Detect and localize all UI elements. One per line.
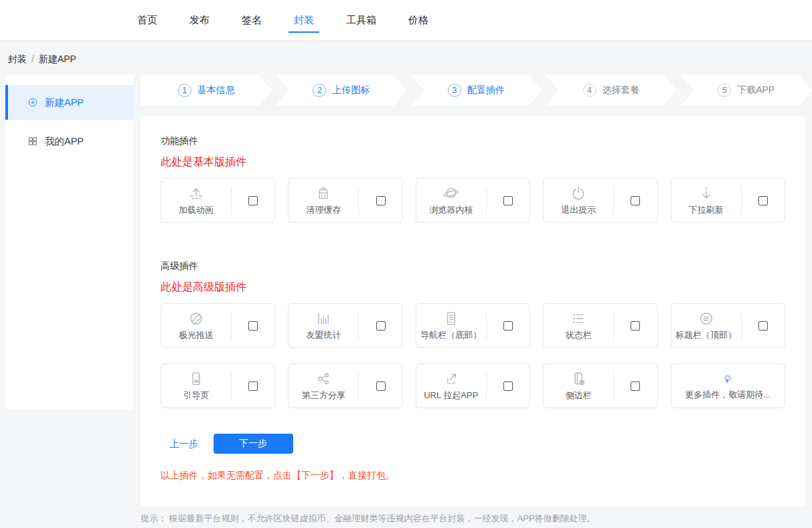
plugin-card[interactable]: 友盟统计 bbox=[288, 303, 402, 348]
plugin-label: 极光推送 bbox=[179, 329, 214, 341]
step-number: 1 bbox=[178, 84, 191, 97]
plus-circle-icon bbox=[27, 97, 38, 108]
plugin-card[interactable]: 下拉刷新 bbox=[671, 178, 785, 223]
step-3[interactable]: 3配置插件 bbox=[410, 75, 542, 106]
plugin-checkbox[interactable] bbox=[248, 321, 258, 331]
wizard-actions: 上一步 下一步 bbox=[161, 434, 785, 454]
plugin-check-area bbox=[359, 381, 402, 391]
step-1[interactable]: 1基本信息 bbox=[141, 75, 272, 106]
sidebar: 新建APP我的APP bbox=[5, 75, 134, 410]
plugin-card[interactable]: 第三方分享 bbox=[288, 363, 402, 408]
breadcrumb: 封装/新建APP bbox=[8, 54, 76, 66]
plugin-check-area bbox=[614, 196, 657, 205]
plugin-check-area bbox=[742, 321, 785, 331]
step-label: 基本信息 bbox=[197, 84, 235, 96]
sidebar-item-label: 新建APP bbox=[45, 96, 84, 109]
breadcrumb-page: 新建APP bbox=[39, 54, 76, 64]
plugin-check-area bbox=[232, 321, 274, 331]
sidebar-item-1[interactable]: 新建APP bbox=[5, 85, 134, 120]
plugin-label: 状态栏 bbox=[566, 329, 592, 341]
plugin-label: 标题栏（顶部） bbox=[675, 329, 736, 341]
plugin-checkbox[interactable] bbox=[758, 196, 768, 205]
step-number: 3 bbox=[448, 84, 461, 97]
plugin-card[interactable]: 浏览器内核 bbox=[416, 178, 530, 223]
prev-step-link[interactable]: 上一步 bbox=[169, 438, 199, 450]
grid-icon bbox=[27, 136, 38, 147]
statusbar-icon bbox=[570, 310, 587, 327]
plugin-checkbox[interactable] bbox=[503, 196, 513, 205]
breadcrumb-section[interactable]: 封装 bbox=[8, 54, 27, 64]
step-label: 配置插件 bbox=[467, 84, 505, 96]
main-panel: 功能插件此处是基本版插件加载动画清理缓存浏览器内核退出提示下拉刷新高级插件此处是… bbox=[141, 116, 805, 507]
plugin-checkbox[interactable] bbox=[376, 196, 386, 205]
plugin-checkbox[interactable] bbox=[503, 381, 513, 391]
step-number: 2 bbox=[313, 84, 326, 97]
plugin-card[interactable]: 更多插件，敬请期待... bbox=[671, 363, 785, 408]
section-note: 此处是基本版插件 bbox=[161, 155, 785, 169]
pack-hint-text: 以上插件，如果无需配置，点击【下一步】，直接打包。 bbox=[161, 470, 785, 482]
plugin-label: 加载动画 bbox=[179, 204, 214, 216]
nav-tab-3[interactable]: 签名 bbox=[242, 0, 262, 41]
guide-page-icon bbox=[187, 370, 205, 387]
plugin-grid: 加载动画清理缓存浏览器内核退出提示下拉刷新 bbox=[161, 178, 785, 223]
section-title: 高级插件 bbox=[161, 260, 785, 272]
plugin-card[interactable]: 加载动画 bbox=[161, 178, 275, 223]
plugin-checkbox[interactable] bbox=[631, 381, 640, 391]
plugin-card[interactable]: 侧边栏 bbox=[543, 363, 657, 408]
plugin-card-left: 标题栏（顶部） bbox=[671, 310, 741, 341]
plugin-checkbox[interactable] bbox=[503, 321, 513, 331]
more-plugins-icon bbox=[720, 371, 735, 386]
step-2[interactable]: 2上传图标 bbox=[276, 75, 408, 106]
clear-cache-icon bbox=[315, 185, 332, 202]
plugin-check-area bbox=[232, 381, 274, 391]
plugin-checkbox[interactable] bbox=[248, 381, 258, 391]
plugin-card[interactable]: 状态栏 bbox=[543, 303, 657, 348]
nav-tab-1[interactable]: 首页 bbox=[137, 0, 157, 41]
plugin-section-2: 高级插件此处是高级版插件极光推送友盟统计导航栏（底部）状态栏标题栏（顶部）引导页… bbox=[161, 260, 785, 408]
step-5[interactable]: 5下载APP bbox=[680, 75, 812, 106]
sidebar-plugin-icon bbox=[570, 370, 587, 387]
plugin-card[interactable]: URL 拉起APP bbox=[416, 363, 530, 408]
plugin-check-area bbox=[359, 196, 402, 205]
stats-icon bbox=[315, 310, 332, 327]
step-label: 下载APP bbox=[737, 84, 775, 96]
plugin-card-left: 侧边栏 bbox=[544, 370, 613, 402]
plugin-checkbox[interactable] bbox=[376, 381, 386, 391]
section-note: 此处是高级版插件 bbox=[161, 280, 785, 294]
plugin-label: 退出提示 bbox=[561, 204, 596, 216]
plugin-card-left: 清理缓存 bbox=[289, 185, 358, 216]
plugin-checkbox[interactable] bbox=[248, 196, 258, 205]
plugin-card-left: 浏览器内核 bbox=[416, 185, 486, 216]
nav-tab-5[interactable]: 工具箱 bbox=[346, 0, 376, 41]
next-step-button[interactable]: 下一步 bbox=[214, 434, 293, 454]
plugin-card[interactable]: 导航栏（底部） bbox=[416, 303, 530, 348]
plugin-card-left: URL 拉起APP bbox=[416, 370, 486, 402]
plugin-checkbox[interactable] bbox=[631, 321, 640, 331]
nav-tab-6[interactable]: 价格 bbox=[408, 0, 428, 41]
plugin-card-left: 极光推送 bbox=[161, 310, 231, 341]
plugin-check-area bbox=[232, 196, 274, 205]
plugin-label: 第三方分享 bbox=[302, 389, 345, 402]
footer-notice: 提示： 根据最新平台规则，不允许区块链虚拟币、金融理财类等违规内容在平台封装，一… bbox=[141, 513, 596, 525]
plugin-card-left: 下拉刷新 bbox=[671, 185, 741, 216]
exit-prompt-icon bbox=[570, 185, 587, 202]
plugin-label: 友盟统计 bbox=[306, 329, 341, 341]
plugin-card[interactable]: 极光推送 bbox=[161, 303, 275, 348]
plugin-card[interactable]: 引导页 bbox=[161, 363, 275, 408]
step-number: 4 bbox=[583, 84, 596, 97]
plugin-checkbox[interactable] bbox=[376, 321, 386, 331]
plugin-card[interactable]: 清理缓存 bbox=[288, 178, 402, 223]
plugin-label: 侧边栏 bbox=[566, 389, 592, 402]
navbar-bottom-icon bbox=[442, 310, 460, 327]
plugin-checkbox[interactable] bbox=[758, 321, 768, 331]
nav-tab-4[interactable]: 封装 bbox=[294, 0, 314, 41]
plugin-checkbox[interactable] bbox=[631, 196, 640, 205]
plugin-check-area bbox=[742, 196, 785, 205]
nav-tab-2[interactable]: 发布 bbox=[189, 0, 210, 41]
plugin-card[interactable]: 退出提示 bbox=[543, 178, 657, 223]
plugin-label: 引导页 bbox=[183, 389, 210, 402]
step-4[interactable]: 4选择套餐 bbox=[546, 75, 677, 106]
sidebar-item-2[interactable]: 我的APP bbox=[5, 124, 134, 159]
plugin-card-left: 导航栏（底部） bbox=[416, 310, 486, 341]
plugin-card[interactable]: 标题栏（顶部） bbox=[671, 303, 785, 348]
